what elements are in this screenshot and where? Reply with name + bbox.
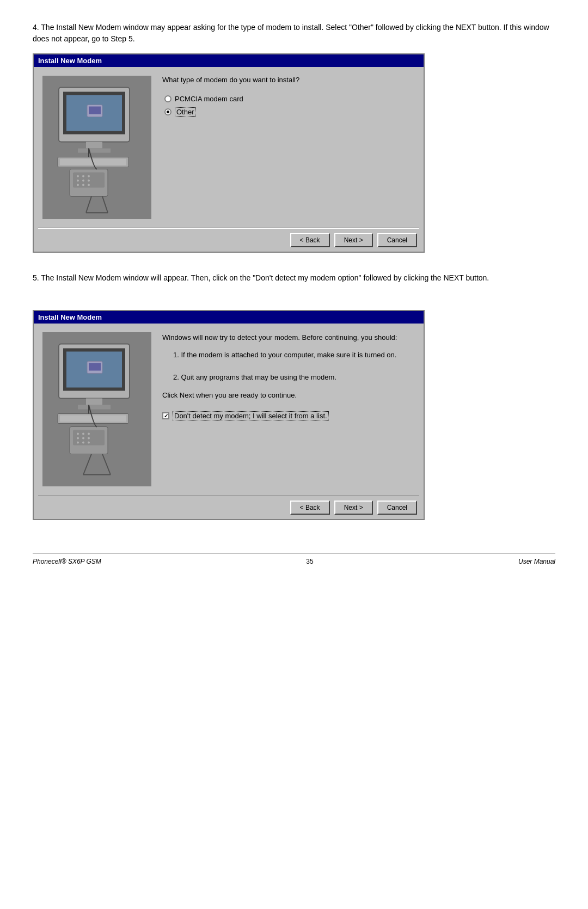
dialog2-titlebar: Install New Modem [34,311,424,324]
dialog1: Install New Modem [33,53,425,253]
dialog2-body: Windows will now try to detect your mode… [34,324,424,495]
svg-point-40 [82,437,84,440]
svg-point-42 [77,442,79,444]
svg-point-15 [77,180,79,182]
dialog1-image [42,76,151,219]
svg-rect-29 [89,363,101,371]
svg-point-38 [88,433,90,435]
svg-rect-5 [89,107,101,114]
dialog1-next-button[interactable]: Next > [334,233,373,247]
svg-point-44 [88,442,90,444]
dialog2-checkbox[interactable] [162,412,169,419]
svg-point-12 [77,175,79,178]
step4-description: The Install New Modem window may appear … [33,23,549,43]
dialog2-cancel-button[interactable]: Cancel [377,501,417,515]
svg-point-13 [82,175,84,178]
dialog1-buttons: < Back Next > Cancel [34,229,424,252]
dialog1-body: What type of modem do you want to instal… [34,67,424,228]
step5-text: 5. The Install New Modem window will app… [33,272,555,284]
svg-point-20 [88,184,90,186]
radio-pcmcia-circle[interactable] [164,95,171,102]
dialog2: Install New Modem [33,310,425,520]
dialog2-title: Install New Modem [38,313,102,321]
svg-point-36 [77,433,79,435]
page-content: 4. The Install New Modem window may appe… [33,22,555,565]
svg-point-37 [82,433,84,435]
radio-other-label: Other [175,107,196,117]
dialog2-buttons: < Back Next > Cancel [34,496,424,519]
dialog1-back-button[interactable]: < Back [290,233,330,247]
dialog2-list: 1. If the modem is attached to your comp… [173,350,415,383]
dialog2-intro: Windows will now try to detect your mode… [162,332,415,343]
dialog2-back-button[interactable]: < Back [290,501,330,515]
footer-page-number: 35 [306,558,313,565]
dialog2-content: Windows will now try to detect your mode… [162,332,415,486]
step5-description: The Install New Modem window will appear… [41,273,489,282]
dialog2-checkbox-label: Don't detect my modem; I will select it … [173,411,329,420]
svg-point-16 [82,180,84,182]
svg-rect-6 [86,142,102,149]
step4-text: 4. The Install New Modem window may appe… [33,22,555,45]
dialog1-cancel-button[interactable]: Cancel [377,233,417,247]
svg-rect-31 [78,405,111,410]
dialog2-checkbox-item[interactable]: Don't detect my modem; I will select it … [162,411,415,420]
radio-pcmcia-label: PCMCIA modem card [175,95,243,103]
svg-rect-30 [86,399,102,405]
svg-point-18 [77,184,79,186]
dialog1-radio-group: PCMCIA modem card Other [164,95,415,117]
dialog2-list-item2: 2. Quit any programs that may be using t… [173,372,415,383]
svg-point-17 [88,180,90,182]
radio-other[interactable]: Other [164,107,415,117]
radio-other-circle[interactable] [164,108,171,115]
dialog2-list-item1: 1. If the modem is attached to your comp… [173,350,415,361]
dialog2-image [42,332,151,486]
dialog2-next-button[interactable]: Next > [334,501,373,515]
footer-left: Phonecell® SX6P GSM [33,558,101,565]
footer: Phonecell® SX6P GSM 35 User Manual [33,553,555,565]
svg-point-19 [82,184,84,186]
svg-point-43 [82,442,84,444]
svg-point-41 [88,437,90,440]
dialog1-titlebar: Install New Modem [34,54,424,67]
svg-point-14 [88,175,90,178]
step5-number: 5. [33,273,41,282]
dialog1-content: What type of modem do you want to instal… [162,76,415,219]
step4-number: 4. [33,23,41,32]
svg-rect-7 [78,149,111,153]
footer-right: User Manual [518,558,555,565]
svg-point-39 [77,437,79,440]
dialog1-question: What type of modem do you want to instal… [162,76,415,84]
dialog1-title: Install New Modem [38,57,102,65]
radio-pcmcia[interactable]: PCMCIA modem card [164,95,415,103]
dialog2-click-next: Click Next when you are ready to continu… [162,390,415,401]
